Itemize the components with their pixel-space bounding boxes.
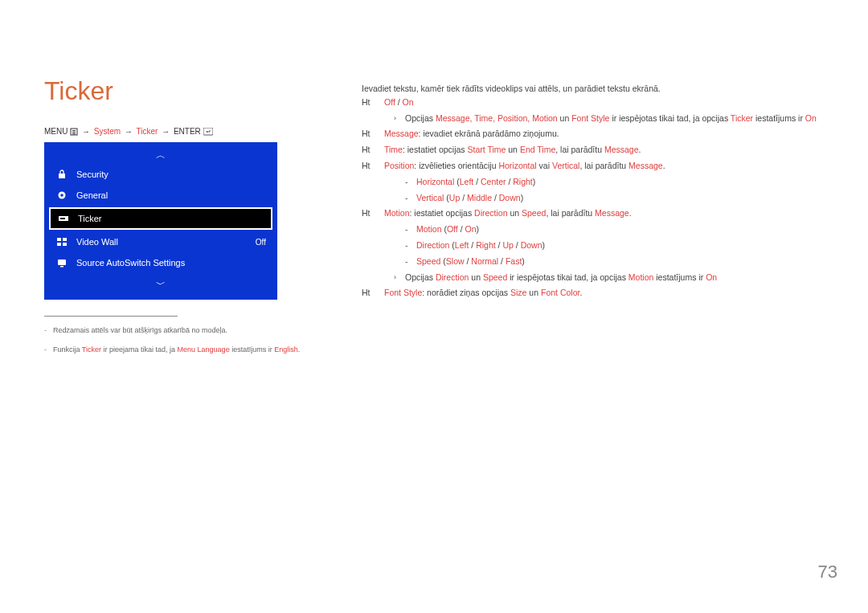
bullet-marker: Ht — [362, 159, 384, 173]
menu-item-value: Off — [256, 238, 266, 247]
position-vertical: Vertical (Up / Middle / Down) — [416, 191, 523, 205]
motion-note: Opcijas Direction un Speed ir iespējotas… — [405, 271, 717, 284]
svg-rect-11 — [63, 238, 67, 241]
arrow-icon: → — [162, 127, 170, 136]
menu-item-general[interactable]: General — [44, 185, 277, 206]
menu-item-label: Source AutoSwitch Settings — [76, 258, 185, 268]
svg-rect-13 — [63, 243, 67, 246]
dash-marker: - — [405, 191, 416, 205]
motion-direction: Direction (Left / Right / Up / Down) — [416, 239, 545, 252]
chevron-up-icon[interactable]: ︿ — [44, 149, 277, 162]
svg-rect-3 — [72, 133, 76, 134]
svg-rect-12 — [57, 243, 61, 246]
description-body: Ievadiet tekstu, kamēr tiek rādīts video… — [362, 82, 828, 302]
position-horizontal: Horizontal (Left / Center / Right) — [416, 175, 535, 189]
grid-icon — [55, 235, 68, 248]
option-time: Time: iestatiet opcijas Start Time un En… — [384, 143, 828, 157]
breadcrumb: MENU → System → Ticker → ENTER — [44, 127, 213, 136]
svg-rect-15 — [60, 266, 63, 268]
page-number: 73 — [818, 562, 837, 582]
option-message: Message: ievadiet ekrānā parādāmo ziņoju… — [384, 127, 828, 141]
bullet-marker: Ht — [362, 286, 384, 300]
breadcrumb-ticker: Ticker — [137, 127, 158, 136]
footnote-2: Funkcija Ticker ir pieejama tikai tad, j… — [53, 345, 302, 353]
svg-point-7 — [60, 194, 63, 197]
menu-icon — [70, 128, 78, 136]
svg-rect-14 — [58, 260, 66, 265]
svg-rect-5 — [59, 174, 65, 178]
motion-toggle: Motion (Off / On) — [416, 223, 479, 236]
svg-rect-1 — [72, 130, 76, 131]
bullet-dash: - — [44, 326, 47, 334]
menu-label: MENU — [44, 127, 68, 136]
arrow-icon: → — [125, 127, 133, 136]
dash-marker: - — [405, 175, 416, 189]
option-off-on: Off / On — [384, 96, 828, 109]
gear-icon — [55, 189, 68, 202]
bullet-marker: Ht — [362, 96, 384, 109]
enter-label: ENTER — [174, 127, 201, 136]
dash-marker: - — [405, 239, 416, 252]
menu-item-label: Security — [76, 170, 108, 179]
sub-bullet-marker: › — [394, 112, 405, 125]
svg-rect-2 — [72, 132, 76, 133]
intro-text: Ievadiet tekstu, kamēr tiek rādīts video… — [362, 82, 828, 96]
option-motion: Motion: iestatiet opcijas Direction un S… — [384, 206, 828, 220]
source-icon — [55, 256, 68, 269]
lock-icon — [55, 168, 68, 181]
bullet-marker: Ht — [362, 206, 384, 220]
motion-speed: Speed (Slow / Normal / Fast) — [416, 255, 525, 268]
menu-item-label: General — [76, 190, 108, 200]
sub-bullet-marker: › — [394, 271, 405, 284]
divider — [44, 316, 178, 317]
bullet-marker: Ht — [362, 127, 384, 141]
option-fontstyle: Font Style: norādiet ziņas opcijas Size … — [384, 286, 828, 300]
svg-rect-4 — [203, 128, 213, 135]
menu-item-autoswitch[interactable]: Source AutoSwitch Settings — [44, 252, 277, 273]
arrow-icon: → — [82, 127, 90, 136]
ticker-icon — [57, 212, 70, 225]
menu-item-label: Ticker — [78, 214, 102, 223]
option-note: Opcijas Message, Time, Position, Motion … — [405, 112, 817, 125]
option-position: Position: izvēlieties orientāciju Horizo… — [384, 159, 828, 173]
svg-rect-10 — [57, 238, 61, 241]
svg-rect-9 — [60, 218, 65, 219]
menu-item-videowall[interactable]: Video Wall Off — [44, 231, 277, 252]
bullet-marker: Ht — [362, 143, 384, 157]
footnote-1: Redzamais attēls var būt atšķirīgs atkar… — [53, 326, 227, 334]
dash-marker: - — [405, 223, 416, 236]
dash-marker: - — [405, 255, 416, 268]
page-title: Ticker — [44, 76, 113, 106]
enter-icon — [203, 128, 213, 136]
settings-menu: ︿ Security General Ticker Video Wall Off… — [44, 142, 277, 300]
breadcrumb-system: System — [94, 127, 121, 136]
chevron-down-icon[interactable]: ﹀ — [44, 278, 277, 292]
menu-item-ticker[interactable]: Ticker — [49, 207, 272, 230]
menu-item-label: Video Wall — [76, 237, 118, 247]
menu-item-security[interactable]: Security — [44, 164, 277, 185]
bullet-dash: - — [44, 345, 47, 353]
